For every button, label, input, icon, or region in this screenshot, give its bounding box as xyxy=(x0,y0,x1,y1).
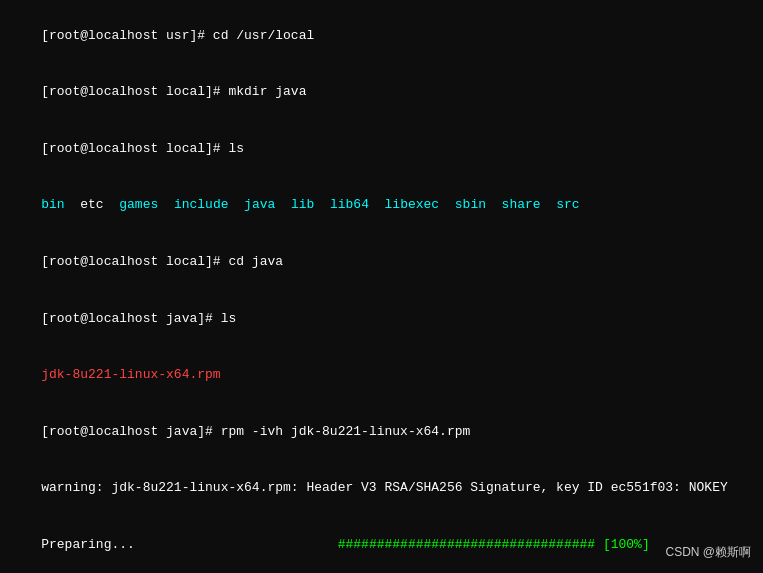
rpm-file: jdk-8u221-linux-x64.rpm xyxy=(41,367,220,382)
ls-output: bin etc games include java lib lib64 lib… xyxy=(10,178,753,235)
ls-item: libexec xyxy=(385,197,440,212)
progress-line: Preparing... ###########################… xyxy=(10,517,753,573)
prompt: [root@localhost local]# xyxy=(41,84,228,99)
terminal-line: [root@localhost local]# ls xyxy=(10,121,753,178)
terminal-line: [root@localhost java]# rpm -ivh jdk-8u22… xyxy=(10,404,753,461)
terminal-line: [root@localhost usr]# cd /usr/local xyxy=(10,8,753,65)
ls-item: java xyxy=(244,197,275,212)
watermark: CSDN @赖斯啊 xyxy=(665,544,751,561)
ls-item: share xyxy=(502,197,541,212)
terminal-line: [root@localhost local]# mkdir java xyxy=(10,65,753,122)
command: rpm -ivh jdk-8u221-linux-x64.rpm xyxy=(221,424,471,439)
ls-item: sbin xyxy=(455,197,486,212)
progress-label: Preparing... xyxy=(41,537,337,552)
terminal-line: [root@localhost local]# cd java xyxy=(10,234,753,291)
rpm-filename: jdk-8u221-linux-x64.rpm xyxy=(10,347,753,404)
ls-item: lib64 xyxy=(330,197,369,212)
ls-item: lib xyxy=(291,197,314,212)
prompt: [root@localhost local]# xyxy=(41,141,228,156)
command: ls xyxy=(221,311,237,326)
prompt: [root@localhost java]# xyxy=(41,311,220,326)
prompt: [root@localhost usr]# xyxy=(41,28,213,43)
ls-item: etc xyxy=(80,197,103,212)
ls-item: bin xyxy=(41,197,64,212)
prompt: [root@localhost local]# xyxy=(41,254,228,269)
ls-item: games xyxy=(119,197,158,212)
terminal-line: [root@localhost java]# ls xyxy=(10,291,753,348)
warning-text: warning: jdk-8u221-linux-x64.rpm: Header… xyxy=(41,480,728,495)
terminal: [root@localhost usr]# cd /usr/local [roo… xyxy=(0,0,763,573)
warning-line: warning: jdk-8u221-linux-x64.rpm: Header… xyxy=(10,460,753,517)
ls-item: include xyxy=(174,197,229,212)
prompt: [root@localhost java]# xyxy=(41,424,220,439)
command: cd /usr/local xyxy=(213,28,314,43)
command: cd java xyxy=(228,254,283,269)
ls-item: src xyxy=(556,197,579,212)
command: ls xyxy=(228,141,244,156)
command: mkdir java xyxy=(228,84,306,99)
progress-bar: ################################# [100%] xyxy=(338,537,650,552)
